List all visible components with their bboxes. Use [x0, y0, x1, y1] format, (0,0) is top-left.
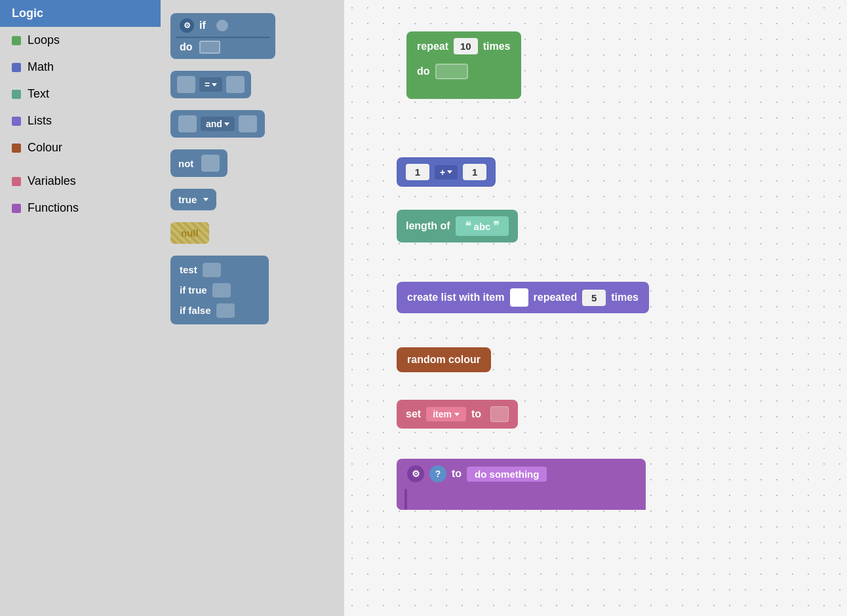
true-arrow-icon [203, 198, 208, 201]
sidebar-item-text[interactable]: Text [0, 81, 161, 107]
and-dropdown[interactable]: and [201, 117, 235, 131]
and-left-slot [178, 115, 197, 132]
operator-dropdown[interactable]: = [199, 77, 222, 92]
var-name-dropdown[interactable]: item [426, 407, 466, 421]
not-block[interactable]: not [170, 149, 227, 177]
func-question-icon: ? [429, 465, 446, 482]
list-times-label: times [611, 292, 639, 303]
sidebar-label-lists: Lists [28, 114, 52, 128]
do-label: do [180, 41, 193, 53]
list-times-value[interactable]: 5 [582, 290, 606, 306]
ternary-iftrue-label: if true [180, 281, 207, 299]
variables-color-dot [12, 177, 21, 186]
func-to-label: to [452, 468, 462, 480]
ternary-test-label: test [180, 261, 197, 279]
sidebar-label-text: Text [28, 87, 49, 101]
func-name-slot[interactable]: do something [467, 467, 547, 482]
func-gear-icon: ⚙ [407, 465, 424, 482]
do-label-canvas: do [417, 66, 430, 77]
true-block[interactable]: true [170, 189, 216, 210]
math-val2[interactable]: 1 [463, 164, 486, 180]
set-label: set [406, 408, 421, 420]
textlen-block-canvas[interactable]: length of ❝ abc ❞ [397, 210, 518, 242]
ternary-block[interactable]: test if true if false [170, 256, 269, 324]
repeat-value[interactable]: 10 [454, 38, 478, 54]
open-quote-icon: ❝ [465, 219, 471, 233]
text-value: abc [474, 221, 491, 232]
sidebar-item-colour[interactable]: Colour [0, 134, 161, 161]
text-value-slot[interactable]: ❝ abc ❞ [456, 216, 509, 236]
text-color-dot [12, 90, 21, 99]
ternary-iffalse-label: if false [180, 301, 211, 319]
gear-icon: ⚙ [180, 18, 194, 33]
blocks-panel: ⚙ if do = and not true [161, 0, 344, 616]
func-name-label: do something [475, 469, 539, 480]
if-notch [216, 20, 228, 31]
sidebar-label-variables: Variables [28, 174, 76, 188]
math-val1[interactable]: 1 [406, 164, 429, 180]
true-label: true [178, 194, 197, 205]
colour-color-dot [12, 144, 21, 153]
sidebar-item-logic[interactable]: Logic [0, 0, 161, 27]
length-of-label: length of [406, 220, 450, 232]
list-item-slot [510, 288, 528, 307]
repeat-label: repeat [417, 41, 448, 52]
math-operator-dropdown[interactable]: + [435, 165, 458, 180]
operator-label: = [205, 79, 210, 90]
math-arrow-icon [447, 170, 452, 174]
func-block-canvas[interactable]: ⚙ ? to do something [397, 459, 646, 510]
lists-color-dot [12, 117, 21, 126]
do-notch [199, 41, 220, 54]
math-block-canvas[interactable]: 1 + 1 [397, 157, 496, 187]
and-label: and [206, 119, 222, 129]
close-quote-icon: ❞ [493, 219, 500, 233]
sidebar-item-loops[interactable]: Loops [0, 27, 161, 54]
canvas: repeat 10 times do 1 + 1 length of ❝ [344, 0, 847, 616]
null-label: null [181, 227, 199, 239]
repeat-block-canvas[interactable]: repeat 10 times do [406, 31, 521, 99]
sidebar-item-math[interactable]: Math [0, 54, 161, 81]
sidebar-label-logic: Logic [12, 7, 43, 20]
sidebar-label-functions: Functions [28, 201, 79, 215]
func-body [397, 489, 646, 510]
sidebar: Logic Loops Math Text Lists Colour Varia… [0, 0, 161, 616]
colour-label: random colour [407, 354, 481, 365]
arrow-down-icon [212, 83, 217, 87]
sidebar-label-colour: Colour [28, 141, 62, 155]
left-slot [177, 76, 195, 93]
var-name-label: item [433, 409, 452, 419]
times-label: times [483, 41, 511, 52]
right-slot [226, 76, 245, 93]
arrow-down-icon [224, 123, 229, 126]
not-label: not [178, 158, 193, 169]
sidebar-divider [0, 161, 161, 168]
sidebar-item-lists[interactable]: Lists [0, 107, 161, 134]
var-arrow-icon [454, 413, 460, 416]
loops-color-dot [12, 36, 21, 45]
sidebar-label-math: Math [28, 60, 54, 74]
to-label: to [471, 408, 481, 420]
math-color-dot [12, 63, 21, 72]
list-block-canvas[interactable]: create list with item repeated 5 times [397, 282, 649, 313]
null-block[interactable]: null [170, 222, 209, 244]
and-block[interactable]: and [170, 110, 265, 138]
create-list-label: create list with item [407, 292, 505, 303]
functions-color-dot [12, 204, 21, 213]
equals-block[interactable]: = [170, 71, 251, 98]
colour-block-canvas[interactable]: random colour [397, 347, 491, 372]
sidebar-label-loops: Loops [28, 33, 60, 47]
sidebar-item-functions[interactable]: Functions [0, 195, 161, 221]
repeated-label: repeated [534, 292, 578, 303]
vars-block-canvas[interactable]: set item to [397, 400, 518, 429]
sidebar-item-variables[interactable]: Variables [0, 168, 161, 195]
if-label: if [199, 20, 206, 31]
if-block[interactable]: ⚙ if do [170, 13, 275, 59]
math-op-label: + [440, 167, 445, 178]
not-slot [201, 155, 220, 172]
and-right-slot [239, 115, 257, 132]
